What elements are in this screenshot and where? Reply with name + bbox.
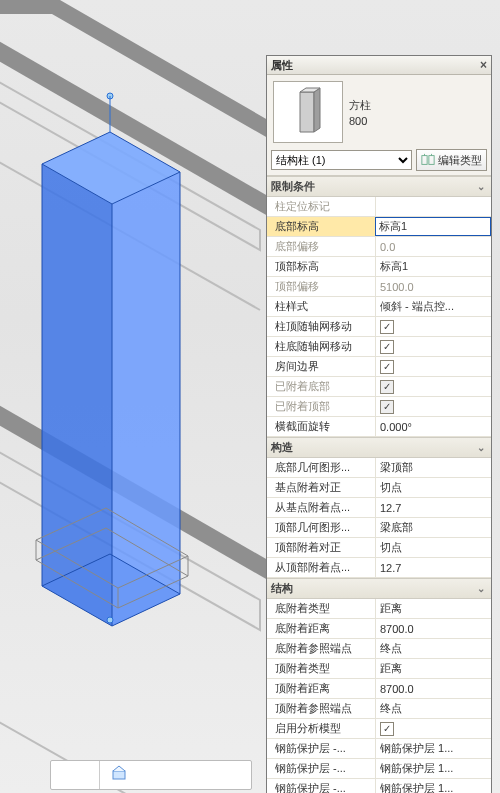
prop-move-base-with-grids: 柱底随轴网移动 <box>267 337 491 357</box>
prop-from-base-point: 从基点附着点...12.7 <box>267 498 491 518</box>
properties-titlebar[interactable]: 属性 × <box>267 56 491 75</box>
prop-move-top-with-grids: 柱顶随轴网移动 <box>267 317 491 337</box>
checkbox[interactable] <box>380 340 394 354</box>
prop-base-justification: 基点附着对正切点 <box>267 478 491 498</box>
chevron-icon: ⌄ <box>477 181 485 192</box>
type-size: 800 <box>349 115 371 127</box>
category-structural[interactable]: 结构⌄ <box>267 578 491 599</box>
prop-top-offset: 顶部偏移5100.0 <box>267 277 491 297</box>
checkbox <box>380 400 394 414</box>
prop-top-attach-type: 顶附着类型距离 <box>267 659 491 679</box>
prop-enable-analytical: 启用分析模型 <box>267 719 491 739</box>
prop-from-top-point: 从顶部附着点...12.7 <box>267 558 491 578</box>
prop-column-style: 柱样式倾斜 - 端点控... <box>267 297 491 317</box>
prop-top-attach-distance: 顶附着距离8700.0 <box>267 679 491 699</box>
type-family-name: 方柱 <box>349 98 371 113</box>
svg-marker-5 <box>112 172 180 626</box>
prop-base-attach-distance: 底附着距离8700.0 <box>267 619 491 639</box>
checkbox[interactable] <box>380 722 394 736</box>
prop-cross-section-rotation: 横截面旋转0.000° <box>267 417 491 437</box>
property-grid[interactable]: 限制条件⌄ 柱定位标记 底部标高标高1 底部偏移0.0 顶部标高标高1 顶部偏移… <box>267 175 491 793</box>
prop-rebar-cover-1: 钢筋保护层 -...钢筋保护层 1... <box>267 739 491 759</box>
category-constraints[interactable]: 限制条件⌄ <box>267 176 491 197</box>
svg-marker-22 <box>314 88 320 132</box>
svg-point-13 <box>107 617 113 623</box>
chevron-icon: ⌄ <box>477 442 485 453</box>
close-icon[interactable]: × <box>480 58 487 72</box>
svg-rect-25 <box>429 156 434 165</box>
prop-base-geometry: 底部几何图形...梁顶部 <box>267 458 491 478</box>
properties-palette: 属性 × 方柱 800 结构柱 (1) 编辑类型 限制条件⌄ 柱定位标记 底部标… <box>266 55 492 793</box>
type-thumbnail <box>273 81 343 143</box>
type-selector-header[interactable]: 方柱 800 <box>267 75 491 147</box>
prop-rebar-cover-2: 钢筋保护层 -...钢筋保护层 1... <box>267 759 491 779</box>
prop-column-location-mark: 柱定位标记 <box>267 197 491 217</box>
prop-attached-top: 已附着顶部 <box>267 397 491 417</box>
prop-base-ref-endpoint: 底附着参照端点终点 <box>267 639 491 659</box>
svg-marker-4 <box>42 164 112 626</box>
prop-attached-base: 已附着底部 <box>267 377 491 397</box>
svg-rect-20 <box>113 771 125 779</box>
prop-top-ref-endpoint: 顶附着参照端点终点 <box>267 699 491 719</box>
prop-top-geometry: 顶部几何图形...梁底部 <box>267 518 491 538</box>
view-icon <box>111 765 127 781</box>
properties-title: 属性 <box>271 58 293 73</box>
edit-type-button[interactable]: 编辑类型 <box>416 149 487 171</box>
edit-type-icon <box>421 153 435 167</box>
svg-marker-21 <box>300 92 314 132</box>
prop-top-level: 顶部标高标高1 <box>267 257 491 277</box>
chevron-icon: ⌄ <box>477 583 485 594</box>
checkbox <box>380 380 394 394</box>
prop-rebar-cover-3: 钢筋保护层 -...钢筋保护层 1... <box>267 779 491 793</box>
prop-top-justification: 顶部附着对正切点 <box>267 538 491 558</box>
prop-base-level: 底部标高标高1 <box>267 217 491 237</box>
prop-base-attach-type: 底附着类型距离 <box>267 599 491 619</box>
prop-room-bounding: 房间边界 <box>267 357 491 377</box>
svg-rect-24 <box>422 156 427 165</box>
checkbox[interactable] <box>380 360 394 374</box>
instance-selector[interactable]: 结构柱 (1) <box>271 150 412 170</box>
view-control-bar[interactable] <box>50 760 252 790</box>
category-construction[interactable]: 构造⌄ <box>267 437 491 458</box>
checkbox[interactable] <box>380 320 394 334</box>
prop-base-offset: 底部偏移0.0 <box>267 237 491 257</box>
